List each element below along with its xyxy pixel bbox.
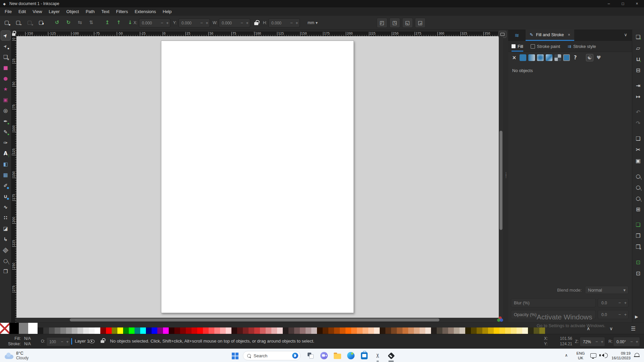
palette-swatch[interactable]	[249, 327, 254, 334]
scale-stroke-toggle[interactable]: ◰	[377, 18, 387, 28]
palette-swatch[interactable]	[528, 327, 534, 334]
close-tab-icon[interactable]: ×	[568, 33, 570, 37]
palette-swatch[interactable]	[243, 327, 249, 334]
deselect-button[interactable]: ▢ ▪	[25, 18, 34, 27]
cut-button[interactable]: ✂	[634, 145, 643, 154]
star-tool[interactable]: ★	[1, 84, 10, 94]
palette-swatch[interactable]	[460, 327, 465, 334]
palette-swatch[interactable]	[306, 327, 311, 334]
palette-swatch[interactable]	[135, 327, 140, 334]
paint-swatch-button[interactable]	[563, 54, 570, 61]
palette-swatch[interactable]	[494, 327, 499, 334]
3d-box-tool[interactable]: ▣	[1, 95, 10, 105]
minimize-button[interactable]: –	[602, 0, 616, 7]
dock-resize-handle[interactable]: ⋮⋮	[504, 173, 508, 183]
pencil-tool[interactable]: ✎ ▪	[1, 127, 10, 137]
palette-swatch[interactable]	[385, 327, 391, 334]
scale-corners-toggle[interactable]: ◳	[389, 18, 400, 28]
palette-swatch[interactable]	[391, 327, 397, 334]
horizontal-ruler[interactable]: -150-125-100-75-50-250255075100125150175…	[16, 32, 499, 36]
paint-flat-button[interactable]	[520, 54, 526, 61]
menu-object[interactable]: Object	[63, 7, 83, 16]
paint-linear-gradient-button[interactable]	[528, 54, 535, 61]
network-icon[interactable]	[590, 353, 596, 358]
palette-swatch[interactable]	[117, 327, 123, 334]
export-button[interactable]: ↦	[634, 93, 643, 101]
inkscape-taskbar-button[interactable]	[384, 349, 398, 362]
palette-swatch[interactable]	[129, 327, 135, 334]
palette-swatch[interactable]	[283, 327, 288, 334]
paint-unknown-button[interactable]: ?	[572, 54, 579, 61]
copy-button[interactable]: ❏	[634, 134, 643, 143]
palette-swatch[interactable]	[72, 327, 77, 334]
chat-button[interactable]	[317, 349, 331, 362]
blur-increment[interactable]: +	[623, 300, 628, 305]
fill-rule-evenodd-button[interactable]: ♥	[595, 54, 602, 61]
palette-swatch[interactable]	[505, 327, 511, 334]
fill-stroke-dialog-tab[interactable]: ✎ Fill and Stroke ×	[526, 29, 574, 41]
palette-swatch[interactable]	[482, 327, 488, 334]
paint-mesh-gradient-button[interactable]	[546, 54, 552, 61]
palette-swatch[interactable]	[214, 327, 220, 334]
palette-swatch[interactable]	[28, 323, 38, 334]
palette-swatch[interactable]	[55, 327, 60, 334]
layer-visibility-icon[interactable]	[89, 340, 95, 343]
tab-fill[interactable]: Fill	[512, 41, 523, 52]
select-all-layers-button[interactable]: ▢ ≡	[13, 18, 23, 27]
select-same-button[interactable]: ▢ ▘	[36, 18, 46, 27]
start-button[interactable]	[228, 349, 241, 362]
w-input[interactable]: 0.000 − +	[219, 18, 250, 27]
x-increment[interactable]: +	[165, 20, 170, 25]
palette-swatch[interactable]	[266, 327, 271, 334]
eraser-tool[interactable]: ◪	[1, 224, 10, 233]
file-explorer-button[interactable]	[331, 349, 344, 362]
menu-layer[interactable]: Layer	[45, 7, 63, 16]
measure-tool[interactable]: ▤	[1, 245, 10, 255]
palette-swatch[interactable]	[146, 327, 152, 334]
clock[interactable]: 09:19 16/11/2023	[604, 351, 631, 360]
palette-swatch[interactable]	[340, 327, 345, 334]
tab-stroke-paint[interactable]: Stroke paint	[531, 41, 560, 52]
palette-swatch[interactable]	[271, 327, 277, 334]
palette-swatch[interactable]	[477, 327, 482, 334]
palette-swatch[interactable]	[408, 327, 414, 334]
search-box[interactable]: Search	[243, 351, 301, 360]
menu-extensions[interactable]: Extensions	[131, 7, 159, 16]
palette-swatch[interactable]	[197, 327, 203, 334]
unit-select[interactable]: mm ▾	[304, 18, 321, 27]
pen-tool[interactable]: ✒ ▪	[1, 117, 10, 126]
palette-swatch[interactable]	[123, 327, 129, 334]
rotate-ccw-button[interactable]: ↺	[52, 18, 62, 27]
palette-swatch[interactable]	[49, 327, 55, 334]
rectangle-tool[interactable]: ■	[1, 63, 10, 72]
palette-swatch[interactable]	[152, 327, 157, 334]
h-decrement[interactable]: −	[289, 20, 294, 25]
layer-lock-icon[interactable]	[101, 340, 104, 343]
opacity-decrement[interactable]: −	[617, 312, 623, 317]
group-button[interactable]: ⊡	[634, 258, 643, 267]
paint-bucket-tool[interactable]: ∪ ●	[1, 192, 10, 201]
palette-swatch[interactable]	[517, 327, 522, 334]
y-increment[interactable]: +	[204, 20, 210, 25]
palette-swatch[interactable]	[231, 327, 237, 334]
lock-ratio-icon[interactable]	[254, 20, 258, 25]
menu-file[interactable]: File	[1, 7, 15, 16]
palette-swatch[interactable]	[66, 327, 72, 334]
spiral-tool[interactable]: ◎	[1, 106, 10, 115]
palette-swatch[interactable]	[448, 327, 454, 334]
palette-swatch[interactable]	[157, 327, 163, 334]
palette-swatch[interactable]	[442, 327, 448, 334]
opacity-increment[interactable]: +	[65, 339, 70, 344]
w-decrement[interactable]: −	[239, 20, 245, 25]
palette-scroll-up-icon[interactable]: ∧	[584, 325, 592, 332]
node-tool[interactable]: ➤ ▪	[1, 42, 10, 51]
palette-swatch[interactable]	[38, 327, 43, 334]
palette-swatch[interactable]	[254, 327, 260, 334]
weather-widget[interactable]: 8°C Cloudy	[5, 351, 29, 360]
palette-swatch[interactable]	[9, 323, 19, 334]
object-opacity-input[interactable]: 100 − +	[46, 337, 70, 346]
microsoft-store-button[interactable]	[358, 349, 371, 362]
flip-vertical-button[interactable]: ⇅	[87, 18, 96, 27]
palette-swatch[interactable]	[277, 327, 283, 334]
canvas[interactable]	[16, 36, 499, 318]
